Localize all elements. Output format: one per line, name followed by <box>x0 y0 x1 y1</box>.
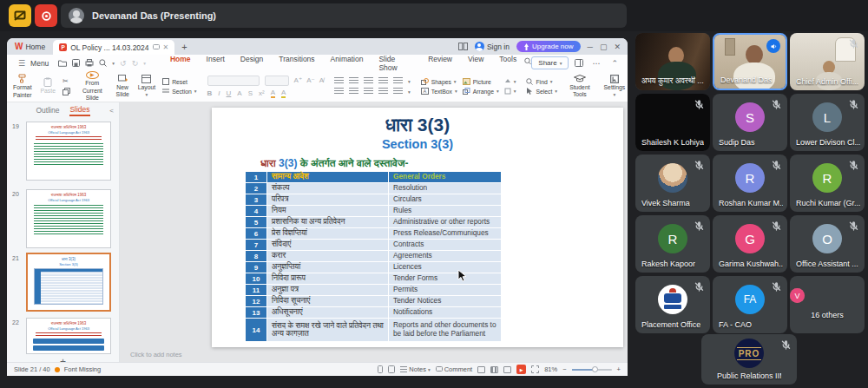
cut-icon[interactable]: ✂ <box>62 77 70 85</box>
undo-dropdown-icon[interactable]: ▾ <box>143 61 146 66</box>
italic-button[interactable]: I <box>218 89 220 97</box>
numbering-icon[interactable] <box>349 77 358 85</box>
outdent-icon[interactable] <box>364 77 373 85</box>
zoom-in-icon[interactable]: + <box>617 365 621 373</box>
font-name-select[interactable] <box>207 76 260 86</box>
align-left-icon[interactable] <box>334 88 344 95</box>
participant-tile[interactable]: R Ruchi Kumar (Gr... <box>790 155 865 212</box>
new-slide-button[interactable]: New Slide <box>112 73 134 100</box>
tab-view[interactable]: View <box>460 55 491 72</box>
participant-tile[interactable]: R Rakesh Kapoor <box>635 215 710 273</box>
presenting-tab[interactable]: Devanand Das (Presenting) <box>61 3 627 28</box>
columns-icon[interactable] <box>393 88 403 95</box>
section-button[interactable]: Section▾ <box>162 88 196 95</box>
document-tab[interactable]: P OL Policy ... 14.03.2024 ✕ <box>53 40 174 55</box>
minimize-icon[interactable]: ─ <box>588 43 593 51</box>
sign-in-button[interactable]: Sign in <box>475 42 510 51</box>
outline-color-button[interactable]: ▾ <box>504 88 516 95</box>
tab-outline[interactable]: Outline <box>36 106 59 115</box>
participant-tile[interactable]: अभय कुमार अवस्थी ... <box>635 33 710 90</box>
participant-tile[interactable]: G Garima Kushwah... <box>713 215 787 273</box>
align-right-icon[interactable] <box>364 88 373 95</box>
layout-button[interactable]: Layout ▾ <box>134 73 160 100</box>
font-color-button[interactable]: A <box>271 89 275 98</box>
file-tools-dropdown-icon[interactable]: ▾ <box>112 61 115 66</box>
fit-slide-icon[interactable] <box>531 365 539 373</box>
collapse-panel-icon[interactable]: < <box>109 107 114 115</box>
participant-tile[interactable]: Chief Admin Offi... <box>790 33 865 90</box>
slide-thumbnail-20[interactable]: राजभाषा अधिनियम 1963 Official Language A… <box>26 189 111 248</box>
student-tools-button[interactable]: Student Tools <box>565 73 594 100</box>
textbox-button[interactable]: A TextBox▾ <box>421 88 457 95</box>
wps-home-tab[interactable]: W Home <box>7 38 53 55</box>
participant-tile[interactable]: Placement Office <box>635 276 710 333</box>
underline-button[interactable]: U <box>227 89 232 97</box>
tab-insert[interactable]: Insert <box>199 55 233 72</box>
tab-animation[interactable]: Animation <box>323 55 372 72</box>
arrange-button[interactable]: Arrange▾ <box>463 88 499 95</box>
close-tab-icon[interactable]: ✕ <box>163 43 169 51</box>
bold-button[interactable]: B <box>207 89 213 97</box>
increase-font-icon[interactable]: A⁺ <box>294 76 303 84</box>
picture-button[interactable]: Picture <box>463 78 499 85</box>
participant-tile[interactable]: L Lower Divison Cl... <box>790 94 865 151</box>
highlight-button[interactable]: A <box>281 89 286 98</box>
notes-toggle[interactable]: Notes▾ <box>400 365 430 373</box>
more-options-icon[interactable]: ⋯ <box>592 59 600 68</box>
decrease-font-icon[interactable]: A⁻ <box>306 76 315 84</box>
collapse-ribbon-icon[interactable]: ⌃ <box>611 59 618 68</box>
find-button[interactable]: Find▾ <box>526 78 557 85</box>
indent-icon[interactable] <box>378 77 388 85</box>
maximize-icon[interactable]: ▢ <box>600 43 608 51</box>
tab-transitions[interactable]: Transitions <box>271 55 322 72</box>
superscript-button[interactable]: x² <box>259 89 265 97</box>
justify-icon[interactable] <box>378 88 388 95</box>
close-window-icon[interactable]: ✕ <box>614 43 621 51</box>
paste-button[interactable]: Paste <box>36 73 60 100</box>
align-center-icon[interactable] <box>349 88 358 95</box>
preview-icon[interactable] <box>99 59 107 67</box>
strike-button[interactable]: A <box>237 89 241 97</box>
zoom-level[interactable]: 81% <box>544 365 557 373</box>
redo-icon[interactable]: ↻ <box>132 59 139 68</box>
participant-tile[interactable]: Vivek Sharma <box>635 155 710 212</box>
new-tab-button[interactable]: + <box>181 42 187 52</box>
slide-thumbnail-19[interactable]: राजभाषा अधिनियम 1963 Official Language A… <box>26 122 111 181</box>
participant-tile[interactable]: Shailesh K Lohiya <box>635 94 710 151</box>
bullets-icon[interactable] <box>334 77 344 85</box>
zoom-out-icon[interactable]: − <box>562 365 566 373</box>
format-painter-button[interactable]: Format Painter <box>9 73 36 100</box>
comment-button[interactable]: Comment <box>436 365 473 373</box>
font-missing-label[interactable]: Font Missing <box>64 365 102 373</box>
record-icon[interactable] <box>35 4 57 27</box>
others-tile[interactable]: B V 16 others <box>790 276 865 333</box>
participant-tile[interactable]: O Office Assistant ... <box>790 215 865 273</box>
search-icon[interactable] <box>524 57 531 65</box>
share-screen-icon[interactable] <box>9 4 31 27</box>
upgrade-button[interactable]: Upgrade now <box>516 41 581 52</box>
slide-canvas[interactable]: धारा 3(3) Section 3(3) धारा 3(3) के अंतर… <box>212 108 623 347</box>
normal-view-icon[interactable] <box>477 366 485 373</box>
tab-tools[interactable]: Tools <box>491 55 524 72</box>
participant-tile-active-speaker[interactable]: Devanand Das <box>713 33 787 90</box>
participant-tile[interactable]: FA FA - CAO <box>713 276 787 333</box>
line-spacing-icon[interactable] <box>393 77 403 85</box>
zoom-slider-knob[interactable] <box>592 366 598 372</box>
tablet-view-icon[interactable] <box>388 365 395 373</box>
slide-sorter-icon[interactable] <box>490 366 498 373</box>
task-pane-icon[interactable] <box>575 59 583 67</box>
participant-tile[interactable]: S Sudip Das <box>713 94 787 151</box>
save-icon[interactable] <box>72 59 80 67</box>
fill-color-button[interactable]: ▾ <box>504 78 516 85</box>
notes-placeholder[interactable]: Click to add notes <box>130 351 182 358</box>
open-file-icon[interactable] <box>58 59 67 67</box>
slide-thumbnail-22[interactable]: राजभाषा अधिनियम 1963 Official Language A… <box>26 318 111 354</box>
reset-button[interactable]: Reset <box>162 78 196 85</box>
zoom-slider[interactable] <box>572 369 612 371</box>
copy-icon[interactable] <box>62 88 70 95</box>
reading-view-icon[interactable] <box>458 43 468 50</box>
tab-slide-show[interactable]: Slide Show <box>371 55 420 72</box>
share-button[interactable]: Share ▾ <box>531 56 569 69</box>
participant-tile[interactable]: R Roshan Kumar M... <box>713 155 787 212</box>
print-icon[interactable] <box>85 59 94 67</box>
